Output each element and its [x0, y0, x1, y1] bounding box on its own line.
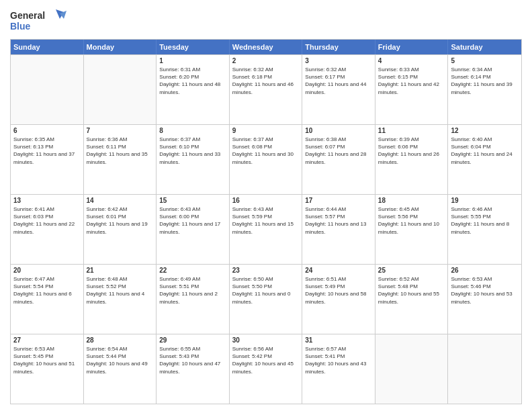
- calendar-cell: 20 Sunrise: 6:47 AMSunset: 5:54 PMDaylig…: [11, 265, 84, 334]
- calendar-body: 1 Sunrise: 6:31 AMSunset: 6:20 PMDayligh…: [11, 54, 521, 404]
- weekday-header: Tuesday: [157, 40, 230, 54]
- cell-detail: Sunrise: 6:41 AMSunset: 6:03 PMDaylight:…: [13, 205, 81, 236]
- calendar-cell: [11, 55, 84, 124]
- calendar-cell: 6 Sunrise: 6:35 AMSunset: 6:13 PMDayligh…: [11, 125, 84, 194]
- calendar-cell: 5 Sunrise: 6:34 AMSunset: 6:14 PMDayligh…: [448, 55, 521, 124]
- cell-detail: Sunrise: 6:31 AMSunset: 6:20 PMDaylight:…: [159, 66, 226, 96]
- calendar-cell: 23 Sunrise: 6:50 AMSunset: 5:50 PMDaylig…: [230, 265, 303, 334]
- calendar-cell: [448, 334, 521, 404]
- day-number: 27: [13, 336, 81, 344]
- cell-detail: Sunrise: 6:36 AMSunset: 6:11 PMDaylight:…: [87, 136, 154, 166]
- cell-detail: Sunrise: 6:49 AMSunset: 5:51 PMDaylight:…: [159, 275, 226, 306]
- calendar-cell: 13 Sunrise: 6:41 AMSunset: 6:03 PMDaylig…: [11, 195, 84, 264]
- day-number: 8: [159, 127, 226, 134]
- calendar-cell: [375, 334, 449, 404]
- cell-detail: Sunrise: 6:35 AMSunset: 6:13 PMDaylight:…: [13, 136, 81, 166]
- cell-detail: Sunrise: 6:57 AMSunset: 5:41 PMDaylight:…: [305, 345, 372, 375]
- svg-text:Blue: Blue: [10, 21, 31, 32]
- weekday-header: Thursday: [302, 40, 375, 54]
- day-number: 16: [232, 197, 300, 204]
- day-number: 22: [159, 267, 226, 274]
- calendar-row: 13 Sunrise: 6:41 AMSunset: 6:03 PMDaylig…: [11, 194, 521, 264]
- calendar-cell: 10 Sunrise: 6:38 AMSunset: 6:07 PMDaylig…: [302, 125, 375, 194]
- calendar-cell: 2 Sunrise: 6:32 AMSunset: 6:18 PMDayligh…: [230, 55, 303, 124]
- cell-detail: Sunrise: 6:56 AMSunset: 5:42 PMDaylight:…: [232, 345, 300, 375]
- cell-detail: Sunrise: 6:42 AMSunset: 6:01 PMDaylight:…: [87, 205, 154, 236]
- day-number: 19: [451, 197, 519, 204]
- cell-detail: Sunrise: 6:39 AMSunset: 6:06 PMDaylight:…: [378, 136, 445, 166]
- cell-detail: Sunrise: 6:51 AMSunset: 5:49 PMDaylight:…: [305, 275, 372, 306]
- cell-detail: Sunrise: 6:47 AMSunset: 5:54 PMDaylight:…: [13, 275, 81, 306]
- weekday-header: Monday: [84, 40, 157, 54]
- cell-detail: Sunrise: 6:52 AMSunset: 5:48 PMDaylight:…: [378, 275, 445, 306]
- calendar-cell: 1 Sunrise: 6:31 AMSunset: 6:20 PMDayligh…: [157, 55, 230, 124]
- cell-detail: Sunrise: 6:43 AMSunset: 5:59 PMDaylight:…: [232, 205, 300, 236]
- day-number: 10: [305, 127, 372, 134]
- weekday-header: Sunday: [11, 40, 84, 54]
- day-number: 2: [232, 57, 300, 64]
- cell-detail: Sunrise: 6:32 AMSunset: 6:17 PMDaylight:…: [305, 66, 372, 96]
- calendar-cell: 14 Sunrise: 6:42 AMSunset: 6:01 PMDaylig…: [84, 195, 157, 264]
- calendar-row: 20 Sunrise: 6:47 AMSunset: 5:54 PMDaylig…: [11, 264, 521, 334]
- day-number: 29: [159, 336, 226, 344]
- calendar-cell: 31 Sunrise: 6:57 AMSunset: 5:41 PMDaylig…: [302, 334, 375, 404]
- day-number: 7: [87, 127, 154, 134]
- cell-detail: Sunrise: 6:32 AMSunset: 6:18 PMDaylight:…: [232, 66, 300, 96]
- cell-detail: Sunrise: 6:45 AMSunset: 5:56 PMDaylight:…: [378, 205, 445, 236]
- cell-detail: Sunrise: 6:50 AMSunset: 5:50 PMDaylight:…: [232, 275, 300, 306]
- calendar-cell: 3 Sunrise: 6:32 AMSunset: 6:17 PMDayligh…: [302, 55, 375, 124]
- weekday-header: Wednesday: [230, 40, 303, 54]
- calendar-cell: 16 Sunrise: 6:43 AMSunset: 5:59 PMDaylig…: [230, 195, 303, 264]
- day-number: 31: [305, 336, 372, 344]
- day-number: 13: [13, 197, 81, 204]
- day-number: 30: [232, 336, 300, 344]
- cell-detail: Sunrise: 6:37 AMSunset: 6:08 PMDaylight:…: [232, 136, 300, 166]
- cell-detail: Sunrise: 6:53 AMSunset: 5:46 PMDaylight:…: [451, 275, 519, 306]
- day-number: 24: [305, 267, 372, 274]
- cell-detail: Sunrise: 6:34 AMSunset: 6:14 PMDaylight:…: [451, 66, 519, 96]
- calendar-cell: 25 Sunrise: 6:52 AMSunset: 5:48 PMDaylig…: [375, 265, 449, 334]
- cell-detail: Sunrise: 6:44 AMSunset: 5:57 PMDaylight:…: [305, 205, 372, 236]
- logo: General Blue: [10, 7, 71, 34]
- day-number: 25: [378, 267, 445, 274]
- day-number: 3: [305, 57, 372, 64]
- calendar-cell: 17 Sunrise: 6:44 AMSunset: 5:57 PMDaylig…: [302, 195, 375, 264]
- day-number: 6: [13, 127, 81, 134]
- day-number: 12: [451, 127, 519, 134]
- day-number: 26: [451, 267, 519, 274]
- day-number: 17: [305, 197, 372, 204]
- calendar-cell: 4 Sunrise: 6:33 AMSunset: 6:15 PMDayligh…: [375, 55, 449, 124]
- calendar-cell: 7 Sunrise: 6:36 AMSunset: 6:11 PMDayligh…: [84, 125, 157, 194]
- day-number: 11: [378, 127, 445, 134]
- weekday-header: Friday: [375, 40, 449, 54]
- cell-detail: Sunrise: 6:48 AMSunset: 5:52 PMDaylight:…: [87, 275, 154, 306]
- day-number: 15: [159, 197, 226, 204]
- calendar-cell: [84, 55, 157, 124]
- cell-detail: Sunrise: 6:55 AMSunset: 5:43 PMDaylight:…: [159, 345, 226, 375]
- cell-detail: Sunrise: 6:40 AMSunset: 6:04 PMDaylight:…: [451, 136, 519, 166]
- cell-detail: Sunrise: 6:43 AMSunset: 6:00 PMDaylight:…: [159, 205, 226, 236]
- cell-detail: Sunrise: 6:33 AMSunset: 6:15 PMDaylight:…: [378, 66, 445, 96]
- cell-detail: Sunrise: 6:54 AMSunset: 5:44 PMDaylight:…: [87, 345, 154, 375]
- calendar-cell: 26 Sunrise: 6:53 AMSunset: 5:46 PMDaylig…: [448, 265, 521, 334]
- weekday-header: Saturday: [448, 40, 521, 54]
- calendar-cell: 15 Sunrise: 6:43 AMSunset: 6:00 PMDaylig…: [157, 195, 230, 264]
- calendar-cell: 18 Sunrise: 6:45 AMSunset: 5:56 PMDaylig…: [375, 195, 449, 264]
- calendar-cell: 9 Sunrise: 6:37 AMSunset: 6:08 PMDayligh…: [230, 125, 303, 194]
- calendar-row: 1 Sunrise: 6:31 AMSunset: 6:20 PMDayligh…: [11, 54, 521, 124]
- day-number: 28: [87, 336, 154, 344]
- calendar-cell: 19 Sunrise: 6:46 AMSunset: 5:55 PMDaylig…: [448, 195, 521, 264]
- calendar-cell: 30 Sunrise: 6:56 AMSunset: 5:42 PMDaylig…: [230, 334, 303, 404]
- svg-text:General: General: [10, 10, 45, 21]
- calendar-cell: 21 Sunrise: 6:48 AMSunset: 5:52 PMDaylig…: [84, 265, 157, 334]
- page: General Blue SundayMondayTuesdayWednesda…: [0, 0, 532, 411]
- calendar-row: 27 Sunrise: 6:53 AMSunset: 5:45 PMDaylig…: [11, 334, 521, 404]
- calendar-header: SundayMondayTuesdayWednesdayThursdayFrid…: [11, 40, 521, 54]
- header: General Blue: [10, 7, 522, 34]
- calendar-cell: 28 Sunrise: 6:54 AMSunset: 5:44 PMDaylig…: [84, 334, 157, 404]
- calendar-cell: 22 Sunrise: 6:49 AMSunset: 5:51 PMDaylig…: [157, 265, 230, 334]
- calendar-cell: 27 Sunrise: 6:53 AMSunset: 5:45 PMDaylig…: [11, 334, 84, 404]
- cell-detail: Sunrise: 6:46 AMSunset: 5:55 PMDaylight:…: [451, 205, 519, 236]
- day-number: 5: [451, 57, 519, 64]
- calendar-cell: 29 Sunrise: 6:55 AMSunset: 5:43 PMDaylig…: [157, 334, 230, 404]
